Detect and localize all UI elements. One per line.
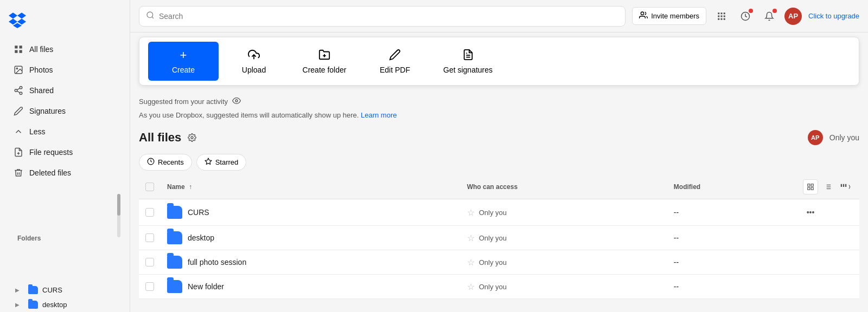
invite-members-button[interactable]: Invite members	[632, 7, 706, 25]
files-table-body: CURS ☆ Only you -- •••	[139, 199, 859, 299]
modified-label: --	[667, 275, 796, 299]
sidebar-item-label: Signatures	[29, 107, 66, 115]
svg-marker-34	[205, 158, 212, 164]
select-all-checkbox[interactable]	[145, 183, 154, 191]
sidebar-item-file-requests[interactable]: File requests	[4, 142, 125, 162]
sidebar-folder-desktop[interactable]: ▶ desktop	[0, 297, 130, 312]
file-name: desktop	[188, 233, 214, 242]
table-header-name[interactable]: Name ↑	[161, 175, 461, 199]
sidebar-item-signatures[interactable]: Signatures	[4, 101, 125, 121]
table-row[interactable]: CURS ☆ Only you -- •••	[139, 199, 859, 226]
row-more-button[interactable]: •••	[803, 205, 818, 220]
sidebar-item-photos[interactable]: Photos	[4, 60, 125, 80]
svg-point-13	[147, 12, 153, 18]
sidebar-item-label: Photos	[29, 66, 53, 74]
upload-button[interactable]: Upload	[219, 42, 289, 81]
get-signatures-button[interactable]: Get signatures	[430, 42, 506, 81]
star-button[interactable]: ☆	[467, 282, 475, 292]
sidebar-item-label: Less	[29, 127, 46, 136]
svg-line-10	[17, 88, 20, 90]
modified-label: --	[667, 199, 796, 226]
svg-rect-45	[841, 184, 842, 187]
starred-filter-button[interactable]: Starred	[196, 154, 247, 171]
row-checkbox[interactable]	[145, 282, 154, 291]
sidebar-item-label: Deleted files	[29, 168, 71, 177]
svg-point-6	[20, 87, 22, 89]
learn-more-link[interactable]: Learn more	[361, 111, 397, 119]
recents-filter-button[interactable]: Recents	[139, 154, 192, 171]
settings-gear-button[interactable]	[186, 131, 199, 144]
content-area: Suggested from your activity As you use …	[130, 90, 868, 312]
modified-label: --	[667, 226, 796, 250]
files-title: All files	[139, 131, 199, 145]
svg-line-14	[152, 17, 154, 18]
sidebar: All files Photos Shared Signatures Less …	[0, 0, 130, 312]
sidebar-item-all-files[interactable]: All files	[4, 40, 125, 59]
table-row[interactable]: New folder ☆ Only you --	[139, 275, 859, 299]
star-button[interactable]: ☆	[467, 257, 475, 268]
search-bar[interactable]	[139, 6, 626, 27]
clock-badge	[749, 9, 753, 13]
svg-rect-3	[20, 50, 22, 53]
trash-icon	[13, 167, 24, 178]
edit-pdf-label: Edit PDF	[380, 66, 410, 74]
sidebar-folder-curs[interactable]: ▶ CURS	[0, 283, 130, 297]
table-row[interactable]: desktop ☆ Only you --	[139, 226, 859, 250]
folder-label: CURS	[42, 286, 62, 294]
svg-rect-16	[718, 12, 719, 14]
file-name-cell: desktop	[167, 231, 454, 244]
row-checkbox[interactable]	[145, 208, 154, 217]
sidebar-scrollbar-thumb[interactable]	[117, 194, 120, 216]
create-folder-button[interactable]: Create folder	[289, 42, 360, 81]
file-name: full photo session	[188, 258, 246, 266]
upload-icon	[248, 49, 260, 62]
star-button[interactable]: ☆	[467, 233, 475, 243]
topbar-actions: Invite members AP Click to upgrade	[632, 7, 859, 25]
edit-pdf-button[interactable]: Edit PDF	[360, 42, 430, 81]
grid-view-button[interactable]	[838, 179, 853, 194]
sidebar-scrollbar[interactable]	[117, 194, 120, 237]
notifications-button[interactable]	[761, 8, 778, 25]
svg-rect-17	[721, 12, 723, 14]
svg-rect-22	[718, 18, 719, 20]
clock-icon-button[interactable]	[737, 8, 754, 25]
svg-rect-24	[724, 18, 725, 20]
files-header-right: AP Only you	[808, 130, 859, 145]
svg-line-9	[17, 91, 20, 93]
filter-buttons: Recents Starred	[139, 150, 859, 175]
sidebar-item-less[interactable]: Less	[4, 122, 125, 141]
create-button[interactable]: + Create	[148, 42, 219, 81]
sidebar-item-deleted-files[interactable]: Deleted files	[4, 163, 125, 183]
file-name-cell: full photo session	[167, 256, 454, 269]
files-header: All files AP Only you	[139, 126, 859, 150]
files-user-avatar[interactable]: AP	[808, 130, 823, 145]
info-text: As you use Dropbox, suggested items will…	[139, 109, 859, 126]
dropbox-logo[interactable]	[0, 4, 130, 39]
list-view-button[interactable]	[820, 179, 835, 194]
svg-rect-38	[811, 187, 813, 190]
edit-pdf-icon	[389, 49, 401, 62]
folder-plus-icon	[318, 49, 330, 62]
svg-rect-2	[15, 50, 17, 53]
table-row[interactable]: full photo session ☆ Only you --	[139, 250, 859, 275]
svg-rect-23	[721, 18, 723, 20]
svg-rect-37	[811, 184, 813, 186]
file-name: New folder	[188, 282, 224, 291]
folder-icon	[167, 280, 182, 293]
svg-point-31	[235, 100, 238, 102]
file-name-cell: New folder	[167, 280, 454, 293]
chevron-up-icon	[13, 126, 24, 137]
file-requests-icon	[13, 147, 24, 158]
star-button[interactable]: ☆	[467, 207, 475, 218]
sort-arrow-icon: ↑	[189, 183, 192, 191]
apps-button[interactable]	[713, 8, 730, 25]
clock-filter-icon	[147, 158, 155, 167]
user-avatar[interactable]: AP	[784, 8, 802, 25]
svg-rect-20	[721, 15, 723, 17]
search-input[interactable]	[159, 12, 618, 21]
sidebar-item-shared[interactable]: Shared	[4, 81, 125, 100]
checkbox-view-button[interactable]	[803, 179, 818, 194]
row-checkbox[interactable]	[145, 258, 154, 266]
row-checkbox[interactable]	[145, 233, 154, 242]
upgrade-link[interactable]: Click to upgrade	[808, 12, 859, 20]
